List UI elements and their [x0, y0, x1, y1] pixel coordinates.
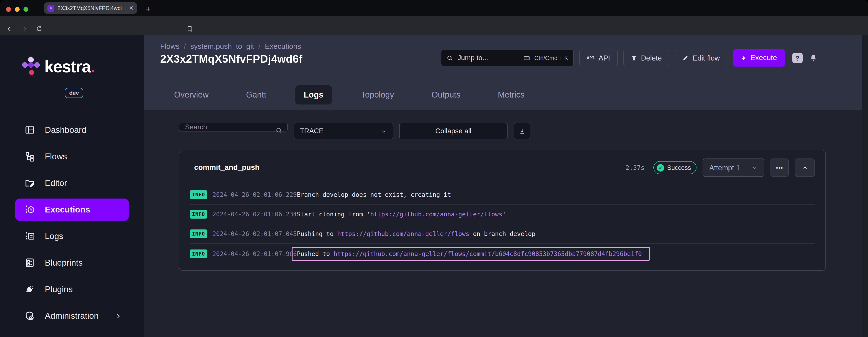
download-icon — [518, 127, 526, 135]
task-name: commit_and_push — [194, 163, 259, 172]
keyboard-icon — [523, 55, 531, 61]
sidebar-item-administration[interactable]: Administration — [0, 303, 144, 329]
jump-to-search[interactable]: Jump to... Ctrl/Cmd + K — [441, 50, 574, 66]
sidebar-item-logs[interactable]: Logs — [0, 223, 144, 249]
kestra-logo[interactable]: kestra. — [21, 57, 95, 76]
flows-icon — [24, 151, 35, 162]
breadcrumb-item[interactable]: Executions — [265, 42, 301, 51]
task-duration: 2.37s — [625, 164, 645, 171]
log-text: ' — [502, 211, 506, 218]
executions-icon — [24, 204, 35, 215]
help-button[interactable]: ? — [792, 53, 803, 63]
bookmark-icon[interactable] — [186, 25, 193, 33]
tab-outputs[interactable]: Outputs — [423, 85, 469, 104]
log-link[interactable]: https://github.com/anna-geller/flows — [337, 230, 469, 237]
brand-dot: . — [91, 58, 95, 76]
download-logs-button[interactable] — [514, 123, 530, 139]
log-row: INFO2024-04-26 02:01:06.234Start cloning… — [190, 205, 815, 224]
log-filters: TRACE Collapse all — [179, 123, 530, 139]
tab-metrics[interactable]: Metrics — [489, 85, 533, 104]
chevron-down-icon — [751, 164, 758, 171]
tab-strip: OverviewGanttLogsTopologyOutputsMetrics — [144, 79, 862, 110]
maximize-window-button[interactable] — [24, 7, 28, 12]
close-tab-icon[interactable]: ✕ — [129, 5, 134, 11]
browser-tab[interactable]: ❖ 2X3x2TMqX5NfvFPDj4wd6f | ✕ — [44, 2, 137, 14]
attempt-select[interactable]: Attempt 1 — [703, 158, 765, 177]
kestra-favicon-icon: ❖ — [48, 5, 54, 11]
log-rows: INFO2024-04-26 02:01:06.229Branch develo… — [190, 185, 815, 264]
more-options-button[interactable]: ••• — [771, 158, 789, 177]
browser-window: ❖ 2X3x2TMqX5NfvFPDj4wd6f | ✕ ＋ i localho… — [0, 0, 868, 337]
page-header: Flows/system.push_to_git/Executions 2X3x… — [144, 35, 862, 79]
administration-icon — [24, 310, 35, 321]
brand-name: kestra — [44, 58, 91, 76]
sidebar-item-label: Dashboard — [45, 125, 86, 135]
log-message: Branch develop does not exist, creating … — [297, 191, 451, 198]
notifications-bell-icon[interactable] — [809, 54, 817, 62]
tab-logs[interactable]: Logs — [295, 85, 332, 104]
log-level-badge: INFO — [190, 249, 207, 258]
tab-separator: | — [124, 5, 126, 11]
logs-icon — [24, 231, 35, 242]
close-window-button[interactable] — [6, 7, 11, 12]
breadcrumb-separator: / — [184, 42, 186, 51]
sidebar-item-label: Plugins — [45, 284, 73, 294]
log-level-value: TRACE — [300, 127, 323, 135]
log-level-select[interactable]: TRACE — [294, 123, 393, 139]
execute-button[interactable]: Execute — [733, 49, 785, 67]
breadcrumb: Flows/system.push_to_git/Executions — [160, 42, 301, 51]
chevron-down-icon — [380, 128, 387, 134]
search-input[interactable] — [179, 123, 288, 131]
chevron-right-icon — [115, 312, 122, 320]
scrollbar-track[interactable] — [862, 35, 868, 337]
log-text: Pushing to — [297, 230, 337, 237]
breadcrumb-item[interactable]: system.push_to_git — [190, 42, 254, 51]
log-message-highlighted: Pushed to https://github.com/anna-geller… — [292, 247, 650, 261]
log-link[interactable]: https://github.com/anna-geller/flows/com… — [334, 250, 642, 257]
back-icon[interactable] — [6, 25, 13, 32]
jump-to-shortcut: Ctrl/Cmd + K — [534, 55, 568, 61]
new-tab-button[interactable]: ＋ — [145, 4, 152, 14]
success-check-icon — [657, 164, 664, 171]
sidebar-item-dashboard[interactable]: Dashboard — [0, 117, 144, 143]
browser-toolbar: i localhost:8080/ui/executions/system/pu… — [0, 16, 868, 35]
reload-icon[interactable] — [36, 25, 43, 32]
log-link[interactable]: https://github.com/anna-geller/flows — [370, 211, 502, 218]
status-label: Success — [667, 164, 691, 171]
jump-to-placeholder: Jump to... — [458, 54, 488, 62]
browser-tab-strip: ❖ 2X3x2TMqX5NfvFPDj4wd6f | ✕ ＋ — [0, 0, 868, 16]
log-timestamp: 2024-04-26 02:01:07.966 — [212, 250, 297, 257]
sidebar-item-editor[interactable]: Editor — [0, 170, 144, 196]
breadcrumb-item[interactable]: Flows — [160, 42, 180, 51]
sidebar: kestra. dev DashboardFlowsEditorExecutio… — [0, 35, 144, 337]
minimize-window-button[interactable] — [15, 7, 20, 12]
log-text: on branch develop — [469, 230, 535, 237]
edit-flow-button[interactable]: Edit flow — [675, 50, 727, 66]
collapse-all-button[interactable]: Collapse all — [399, 123, 507, 139]
tab-overview[interactable]: Overview — [165, 85, 217, 104]
delete-button[interactable]: Delete — [623, 50, 669, 66]
sidebar-item-label: Administration — [45, 311, 99, 321]
search-icon — [446, 55, 453, 61]
sidebar-item-plugins[interactable]: Plugins — [0, 276, 144, 303]
tab-gantt[interactable]: Gantt — [237, 85, 275, 104]
sidebar-item-executions[interactable]: Executions — [0, 196, 144, 223]
tab-topology[interactable]: Topology — [352, 85, 403, 104]
trash-icon — [630, 54, 637, 61]
attempt-value: Attempt 1 — [709, 163, 740, 172]
sidebar-item-blueprints[interactable]: Blueprints — [0, 249, 144, 276]
page-title: 2X3x2TMqX5NfvFPDj4wd6f — [160, 53, 302, 65]
log-row: INFO2024-04-26 02:01:06.229Branch develo… — [190, 185, 815, 205]
collapse-panel-button[interactable] — [795, 158, 815, 177]
lightning-bolt-icon — [741, 54, 746, 62]
log-text: Start cloning from ' — [297, 211, 370, 218]
forward-icon[interactable] — [21, 25, 28, 32]
api-button[interactable]: API API — [579, 50, 618, 66]
sidebar-item-label: Blueprints — [45, 258, 83, 268]
log-text: Branch develop does not exist, creating … — [297, 191, 451, 198]
dashboard-icon — [24, 125, 35, 135]
browser-tab-title: 2X3x2TMqX5NfvFPDj4wd6f — [58, 5, 121, 11]
log-timestamp: 2024-04-26 02:01:07.045 — [212, 230, 297, 237]
log-message: Pushing to https://github.com/anna-gelle… — [297, 230, 535, 237]
sidebar-item-flows[interactable]: Flows — [0, 143, 144, 170]
